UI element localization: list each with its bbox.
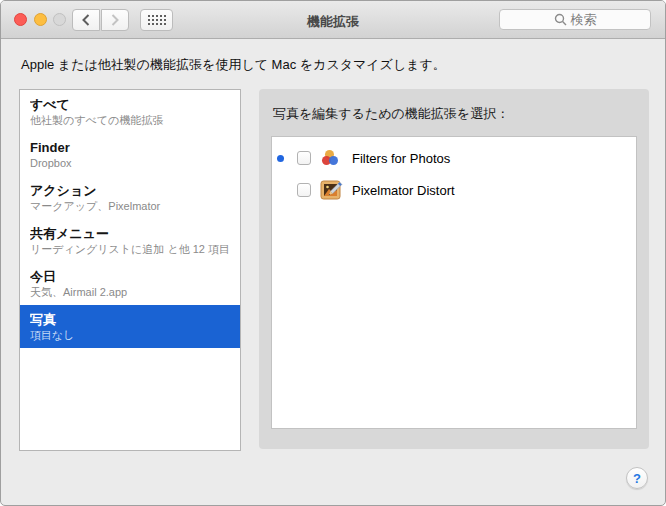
show-all-grid-icon <box>148 15 166 25</box>
extension-row-pixelmator-distort: Pixelmator Distort <box>272 174 636 206</box>
sidebar-item-title: すべて <box>30 96 230 113</box>
chevron-right-icon <box>111 14 119 26</box>
title-bar: 機能拡張 検索 <box>1 1 665 39</box>
search-field[interactable]: 検索 <box>499 9 651 30</box>
window-title: 機能拡張 <box>181 13 485 31</box>
new-item-dot <box>277 155 284 162</box>
sidebar-item-subtitle: リーディングリストに追加 と他 12 項目... <box>30 242 230 256</box>
sidebar-item-subtitle: マークアップ、Pixelmator <box>30 199 230 213</box>
sidebar-item-subtitle: 天気、Airmail 2.app <box>30 285 230 299</box>
zoom-button <box>53 13 66 26</box>
extension-name: Pixelmator Distort <box>352 183 455 198</box>
sidebar-item-finder[interactable]: Finder Dropbox <box>20 133 240 176</box>
extensions-detail-panel: 写真を編集するための機能拡張を選択： Filters for Photos <box>259 89 649 449</box>
search-placeholder: 検索 <box>571 11 597 29</box>
panel-description: Apple または他社製の機能拡張を使用して Mac をカスタマイズします。 <box>21 56 446 74</box>
preferences-window: 機能拡張 検索 Apple または他社製の機能拡張を使用して Mac をカスタマ… <box>0 0 666 506</box>
sidebar-item-subtitle: 他社製のすべての機能拡張 <box>30 113 230 127</box>
question-mark-icon: ? <box>633 471 641 486</box>
extensions-category-list: すべて 他社製のすべての機能拡張 Finder Dropbox アクション マー… <box>19 89 241 451</box>
sidebar-item-share-menu[interactable]: 共有メニュー リーディングリストに追加 と他 12 項目... <box>20 219 240 262</box>
sidebar-item-title: Finder <box>30 139 230 156</box>
navigation-buttons <box>72 9 129 31</box>
extensions-list: Filters for Photos <box>271 136 637 429</box>
pixelmator-distort-icon <box>319 178 343 202</box>
chevron-left-icon <box>82 14 90 26</box>
back-button[interactable] <box>72 9 100 31</box>
filters-for-photos-icon <box>319 146 343 170</box>
sidebar-item-subtitle: Dropbox <box>30 156 230 170</box>
help-button[interactable]: ? <box>626 467 648 489</box>
sidebar-item-all[interactable]: すべて 他社製のすべての機能拡張 <box>20 90 240 133</box>
sidebar-item-photos[interactable]: 写真 項目なし <box>20 305 240 348</box>
search-icon <box>554 13 567 26</box>
sidebar-item-title: 共有メニュー <box>30 225 230 242</box>
sidebar-item-actions[interactable]: アクション マークアップ、Pixelmator <box>20 176 240 219</box>
sidebar-item-title: 写真 <box>30 311 230 328</box>
extension-name: Filters for Photos <box>352 151 450 166</box>
sidebar-item-title: アクション <box>30 182 230 199</box>
detail-panel-header: 写真を編集するための機能拡張を選択： <box>273 105 509 123</box>
show-all-button[interactable] <box>140 9 173 31</box>
sidebar-item-title: 今日 <box>30 268 230 285</box>
extension-row-filters-for-photos: Filters for Photos <box>272 142 636 174</box>
extension-checkbox[interactable] <box>297 183 311 197</box>
close-button[interactable] <box>14 13 27 26</box>
sidebar-item-today[interactable]: 今日 天気、Airmail 2.app <box>20 262 240 305</box>
extension-checkbox[interactable] <box>297 151 311 165</box>
forward-button[interactable] <box>101 9 129 31</box>
minimize-button[interactable] <box>34 13 47 26</box>
sidebar-item-subtitle: 項目なし <box>30 328 230 342</box>
